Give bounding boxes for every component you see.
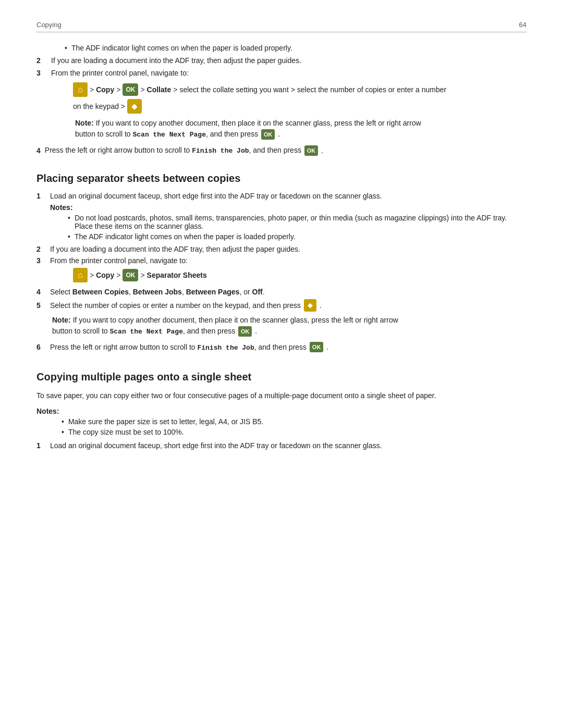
sep-note-2: Note: If you want to copy another docume… (50, 315, 527, 337)
list-item: 2 If you are loading a document into the… (36, 56, 527, 65)
multipage-notes-bullets: Make sure the paper size is set to lette… (49, 417, 527, 436)
sep-step-5: 5 Select the number of copies or enter a… (36, 299, 527, 312)
multipage-intro: To save paper, you can copy either two o… (36, 390, 527, 402)
copy-label-2: Copy (96, 271, 114, 279)
collate-rest: select the collate setting you want > se… (179, 85, 446, 94)
intro-bullets: The ADF indicator light comes on when th… (52, 44, 527, 52)
step-list: 2 If you are loading a document into the… (36, 56, 527, 77)
bullet-item: The ADF indicator light comes on when th… (65, 44, 527, 52)
ok-btn-inline-1: OK (261, 129, 275, 140)
nav-row-1: ⌂ > Copy > OK > Collate > select the col… (73, 82, 527, 97)
ok-btn-inline-3: OK (238, 326, 252, 337)
home-icon-2: ⌂ (73, 268, 88, 282)
separator-heading: Placing separator sheets between copies (36, 172, 527, 184)
home-icon: ⌂ (73, 82, 88, 97)
sep-step-3: 3 From the printer control panel, naviga… (36, 256, 527, 265)
multipage-note-item-1: Make sure the paper size is set to lette… (62, 417, 527, 426)
header-title: Copying (36, 21, 62, 29)
sep-note-item-1: Do not load postcards, photos, small ite… (68, 214, 527, 230)
sep-note-item-2: The ADF indicator light comes on when th… (68, 232, 527, 241)
sep-notes-bullets: Do not load postcards, photos, small ite… (55, 214, 527, 241)
copy-label-1: Copy (96, 85, 114, 94)
ok-btn-inline-4: OK (310, 342, 323, 352)
sep-notes-label: Notes: (50, 203, 527, 212)
sep-step-6: 6 Press the left or right arrow button t… (36, 342, 527, 352)
ok-btn-2: OK (123, 269, 138, 281)
ok-btn-1: OK (123, 83, 138, 96)
page: Copying 64 The ADF indicator light comes… (0, 0, 563, 728)
diamond-btn-2: ◆ (304, 299, 316, 312)
page-header: Copying 64 (36, 21, 527, 32)
sep-step-1: 1 Load an original document faceup, shor… (36, 192, 527, 200)
sep-step-2: 2 If you are loading a document into the… (36, 245, 527, 253)
step-4: 4 Press the left or right arrow button t… (36, 145, 527, 156)
multipage-note-item-2: The copy size must be set to 100%. (62, 428, 527, 436)
list-item: 3 From the printer control panel, naviga… (36, 69, 527, 77)
header-page-number: 64 (519, 21, 527, 29)
separator-label: Separator Sheets (147, 271, 207, 279)
multipage-heading: Copying multiple pages onto a single she… (36, 371, 527, 383)
multipage-notes-label: Notes: (36, 407, 527, 415)
collate-label: Collate (147, 85, 172, 94)
note-1: Note: If you want to copy another docume… (73, 118, 527, 140)
sep-step-4: 4 Select Between Copies, Between Jobs, B… (36, 288, 527, 296)
nav-row-1b: on the keypad > ◆ (73, 99, 527, 114)
ok-btn-inline-2: OK (304, 145, 318, 156)
diamond-btn-1: ◆ (127, 99, 142, 114)
multipage-step-1: 1 Load an original document faceup, shor… (36, 441, 527, 450)
nav-row-2: ⌂ > Copy > OK > Separator Sheets (73, 268, 527, 282)
